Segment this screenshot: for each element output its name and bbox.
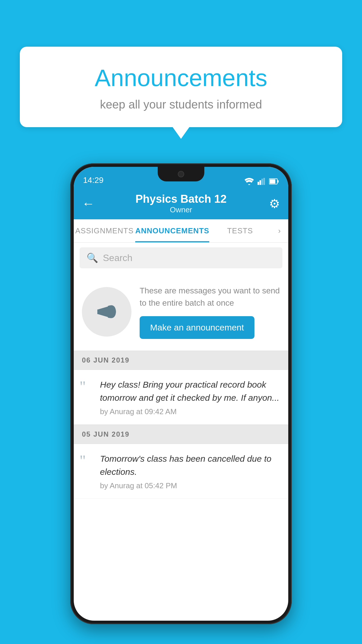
camera-icon <box>178 171 184 177</box>
megaphone-icon <box>95 300 118 323</box>
speech-bubble-subtitle: keep all your students informed <box>31 98 331 111</box>
tabs-bar: ASSIGNMENTS ANNOUNCEMENTS TESTS › <box>74 219 288 243</box>
search-bar[interactable]: 🔍 Search <box>80 247 282 268</box>
svg-rect-1 <box>259 180 261 185</box>
quote-icon-2: " <box>80 453 94 468</box>
search-icon: 🔍 <box>87 252 98 263</box>
search-bar-container: 🔍 Search <box>74 243 288 273</box>
announcement-item-2[interactable]: " Tomorrow's class has been cancelled du… <box>74 444 288 499</box>
phone-outer-shell: 14:29 <box>70 163 292 624</box>
status-time: 14:29 <box>83 176 103 185</box>
toolbar-title-group: Physics Batch 12 Owner <box>99 193 263 214</box>
battery-icon <box>269 178 279 185</box>
tab-assignments[interactable]: ASSIGNMENTS <box>74 219 135 242</box>
tab-more[interactable]: › <box>271 219 288 242</box>
date-separator-2: 05 JUN 2019 <box>74 425 288 444</box>
announcement-prompt-content: These are messages you want to send to t… <box>140 285 280 339</box>
phone-mockup: 14:29 <box>70 163 292 624</box>
announcement-content-2: Tomorrow's class has been cancelled due … <box>100 452 280 490</box>
announcement-prompt-card: These are messages you want to send to t… <box>74 273 288 351</box>
speech-bubble-card: Announcements keep all your students inf… <box>20 47 342 127</box>
toolbar-subtitle: Owner <box>99 205 263 214</box>
date-separator-1: 06 JUN 2019 <box>74 351 288 370</box>
announcement-text-2: Tomorrow's class has been cancelled due … <box>100 452 280 478</box>
toolbar-title: Physics Batch 12 <box>99 193 263 205</box>
svg-rect-5 <box>277 180 279 183</box>
search-placeholder: Search <box>103 253 132 263</box>
announcement-meta-2: by Anurag at 05:42 PM <box>100 481 280 490</box>
screen-content: 🔍 Search <box>74 243 288 621</box>
svg-rect-6 <box>270 179 275 183</box>
tab-tests[interactable]: TESTS <box>209 219 271 242</box>
svg-rect-0 <box>258 182 259 185</box>
tab-announcements[interactable]: ANNOUNCEMENTS <box>135 219 209 242</box>
phone-notch <box>158 167 204 181</box>
settings-icon[interactable]: ⚙ <box>263 197 280 211</box>
make-announcement-button[interactable]: Make an announcement <box>140 316 254 339</box>
announcement-description: These are messages you want to send to t… <box>140 285 280 309</box>
back-button[interactable]: ← <box>82 196 99 211</box>
svg-marker-7 <box>98 307 108 317</box>
wifi-icon <box>245 178 254 185</box>
announcement-meta-1: by Anurag at 09:42 AM <box>100 407 280 416</box>
announcement-text-1: Hey class! Bring your practical record b… <box>100 378 280 404</box>
signal-icon <box>257 178 266 185</box>
app-toolbar: ← Physics Batch 12 Owner ⚙ <box>74 188 288 219</box>
megaphone-icon-circle <box>82 287 131 337</box>
announcement-content-1: Hey class! Bring your practical record b… <box>100 378 280 416</box>
svg-rect-3 <box>263 178 265 185</box>
phone-screen: 14:29 <box>74 167 288 621</box>
quote-icon-1: " <box>80 379 94 394</box>
announcement-item-1[interactable]: " Hey class! Bring your practical record… <box>74 370 288 425</box>
svg-rect-2 <box>261 179 263 185</box>
speech-bubble-title: Announcements <box>31 64 331 92</box>
svg-rect-11 <box>97 309 99 314</box>
status-icons <box>245 178 279 185</box>
